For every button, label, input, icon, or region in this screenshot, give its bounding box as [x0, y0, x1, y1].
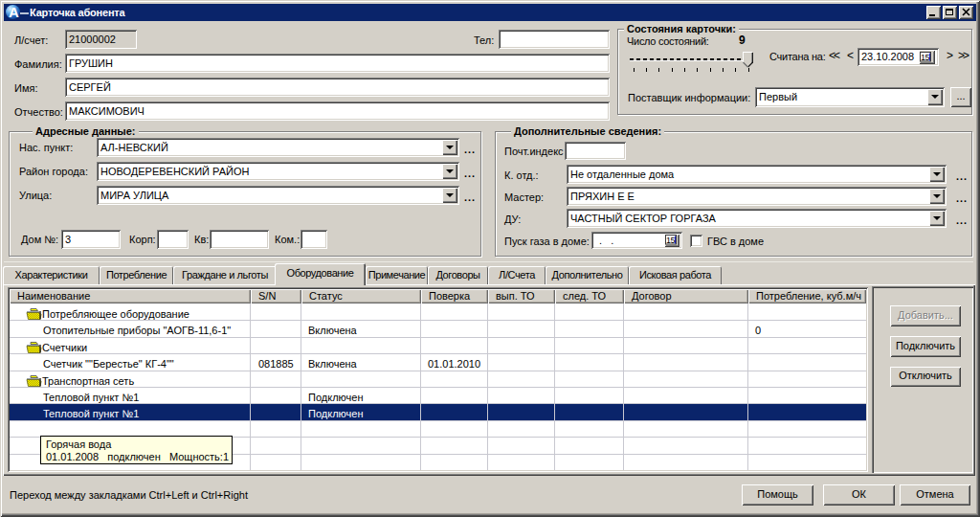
svg-text:15: 15 — [666, 236, 676, 245]
svg-text:15: 15 — [921, 53, 930, 62]
